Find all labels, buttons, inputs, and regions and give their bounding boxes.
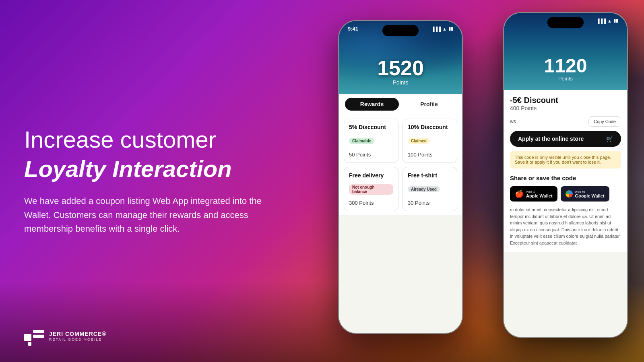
svg-rect-2 [33,335,44,338]
svg-rect-3 [28,342,31,346]
google-wallet-text: Add to Google Wallet [575,190,605,198]
phone2-battery-icon: ▮▮ [613,18,618,23]
logo: JERI COMMERCE® RETAIL GOES MOBILE [24,326,107,346]
headline1: Increase customer [24,127,290,152]
coupon-title-2: 10% Disccount [408,124,452,130]
coupon-points-2: 100 Points [408,152,452,158]
promo-label: ws [510,119,516,124]
phone2-body: -5€ Discount 400 Points ws Copy Code App… [504,90,627,252]
coupon-points-1: 50 Points [349,152,393,158]
coupon-title-1: 5% Disccount [349,124,393,130]
phone1-status-icons: ▐▐▐ ▲ ▮▮ [431,26,453,31]
coupon-title-3: Free delivery [349,172,393,179]
phones-container: 9:41 ▐▐▐ ▲ ▮▮ 1520 Points Rewards Profil… [338,12,628,350]
headline2: Loyalty Interaction [24,155,290,182]
coupon-grid: 5% Disccount Claimable 50 Points 10% Dis… [339,115,462,215]
coupon-points-4: 30 Points [408,200,452,206]
wifi-icon: ▲ [442,27,447,31]
cart-icon: 🛒 [606,136,613,142]
lorem-text: m dolor sit amet, consectetur adipiscing… [510,206,621,246]
google-wallet-button[interactable]: Add to Google Wallet [561,186,609,202]
coupon-badge-4: Already Used [408,186,440,192]
phone2-status-icons: ▐▐▐ ▲ ▮▮ [597,18,618,23]
phone1-points-number: 1520 [377,58,424,78]
coupon-card-4[interactable]: Free t-shirt Already Used 30 Points [402,167,457,211]
left-content: Increase customer Loyalty Interaction We… [24,127,290,236]
coupon-card-2[interactable]: 10% Disccount Claimed 100 Points [402,119,457,163]
apple-wallet-label: Apple Wallet [526,193,553,198]
coupon-badge-2: Claimed [408,138,430,144]
phone1-points-label: Points [393,79,409,86]
phone2-points-number: 1120 [544,56,587,76]
apple-icon: 🍎 [515,189,524,198]
logo-tagline: RETAIL GOES MOBILE [49,337,107,341]
phone2-points-label: Points [558,76,573,82]
apple-wallet-add-label: Add to [526,190,553,193]
phone1-status-bar: 9:41 ▐▐▐ ▲ ▮▮ [339,21,462,33]
phone2-status-bar: 9:41 ▐▐▐ ▲ ▮▮ [504,13,627,25]
phone1-tabs: Rewards Profile [339,94,462,115]
body-text: We have added a coupon listing Web App i… [24,194,266,235]
svg-rect-1 [33,330,44,333]
apple-wallet-button[interactable]: 🍎 Add to Apple Wallet [510,186,557,202]
google-wallet-add-label: Add to [575,190,605,193]
phone1-dynamic-island [382,25,419,36]
coupon-badge-3: Not enough balance [349,184,393,195]
coupon-card-1[interactable]: 5% Disccount Claimable 50 Points [344,119,398,163]
phone2: 9:41 ▐▐▐ ▲ ▮▮ 1120 Points -5€ Discount 4… [503,12,628,338]
phone1-time: 9:41 [348,26,358,32]
copy-code-button[interactable]: Copy Code [588,116,621,127]
coupon-title-4: Free t-shirt [408,172,452,179]
battery-icon: ▮▮ [448,26,453,31]
google-icon [566,190,573,197]
logo-icon [24,326,44,346]
tab-rewards[interactable]: Rewards [345,98,399,111]
apply-button[interactable]: Apply at the online store 🛒 [510,131,621,147]
discount-points: 400 Points [510,105,621,111]
logo-text-block: JERI COMMERCE® RETAIL GOES MOBILE [49,330,107,341]
notice-box: This code is only visible until you clos… [510,151,621,169]
copy-row: ws Copy Code [510,116,621,127]
phone2-signal-icon: ▐▐▐ [597,19,606,23]
coupon-badge-1: Claimable [349,138,374,144]
wallet-buttons: 🍎 Add to Apple Wallet Add to Google Wall… [510,186,621,202]
google-wallet-label: Google Wallet [575,193,605,198]
tab-profile[interactable]: Profile [402,98,456,111]
discount-title: -5€ Discount [510,96,621,105]
phone1: 9:41 ▐▐▐ ▲ ▮▮ 1520 Points Rewards Profil… [338,20,463,334]
share-title: Share or save the code [510,175,621,181]
coupon-card-3[interactable]: Free delivery Not enough balance 300 Poi… [344,167,398,211]
phone2-dynamic-island [547,17,584,28]
logo-name: JERI COMMERCE® [49,330,107,337]
apple-wallet-text: Add to Apple Wallet [526,190,553,198]
svg-rect-0 [24,334,31,341]
apply-label: Apply at the online store [518,136,584,142]
phone2-wifi-icon: ▲ [607,19,612,23]
signal-icon: ▐▐▐ [431,27,441,31]
coupon-points-3: 300 Points [349,200,393,206]
